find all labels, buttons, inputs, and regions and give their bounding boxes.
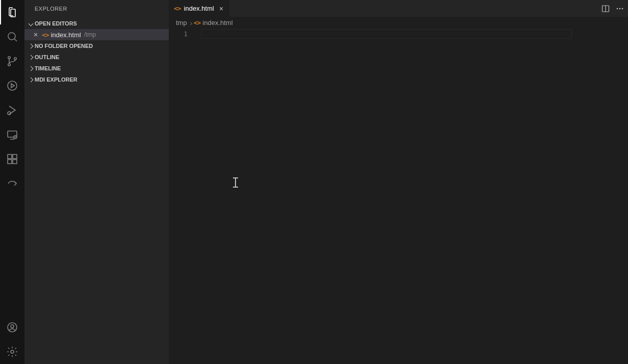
section-label: NO FOLDER OPENED bbox=[35, 43, 93, 49]
svg-point-17 bbox=[619, 8, 621, 9]
activity-extensions[interactable] bbox=[0, 147, 24, 171]
close-icon[interactable]: × bbox=[219, 5, 223, 13]
section-timeline[interactable]: TIMELINE bbox=[24, 63, 169, 74]
svg-rect-9 bbox=[8, 160, 12, 164]
minimap[interactable] bbox=[572, 28, 628, 364]
tabs-spacer bbox=[230, 0, 597, 17]
search-icon bbox=[6, 31, 18, 43]
chevron-right-icon bbox=[27, 42, 35, 49]
activity-bar bbox=[0, 0, 24, 364]
tab-label: index.html bbox=[184, 5, 214, 12]
section-open-editors[interactable]: OPEN EDITORS bbox=[24, 18, 169, 29]
current-line-highlight bbox=[201, 29, 572, 39]
ellipsis-icon bbox=[616, 5, 624, 13]
activity-run[interactable] bbox=[0, 73, 24, 98]
activity-debug[interactable] bbox=[0, 98, 24, 122]
line-number: 1 bbox=[169, 29, 188, 39]
svg-point-3 bbox=[14, 58, 16, 60]
tab-index-html[interactable]: <> index.html × bbox=[169, 0, 230, 17]
activity-explorer[interactable] bbox=[0, 0, 24, 24]
play-circle-icon bbox=[6, 80, 18, 92]
section-no-folder[interactable]: NO FOLDER OPENED bbox=[24, 40, 169, 51]
share-icon bbox=[6, 177, 18, 190]
html-file-icon: <> bbox=[194, 19, 201, 27]
section-outline[interactable]: OUTLINE bbox=[24, 51, 169, 63]
sidebar-title: EXPLORER bbox=[24, 0, 169, 18]
activity-settings[interactable] bbox=[0, 340, 24, 364]
svg-point-16 bbox=[617, 8, 618, 9]
activity-liveshare[interactable] bbox=[0, 171, 24, 196]
tabs-actions bbox=[597, 0, 628, 17]
html-file-icon: <> bbox=[174, 5, 181, 12]
remote-icon bbox=[6, 128, 18, 141]
chevron-right-icon bbox=[27, 76, 35, 83]
chevron-down-icon bbox=[27, 20, 35, 27]
more-actions-button[interactable] bbox=[616, 5, 624, 13]
explorer-sidebar: EXPLORER OPEN EDITORS × <> index.html /t… bbox=[24, 0, 169, 364]
section-mdi-explorer[interactable]: MDI EXPLORER bbox=[24, 74, 169, 85]
section-label: OUTLINE bbox=[35, 54, 59, 60]
section-label: TIMELINE bbox=[35, 65, 61, 71]
activity-source-control[interactable] bbox=[0, 49, 24, 73]
svg-point-1 bbox=[8, 57, 10, 59]
svg-rect-11 bbox=[13, 154, 17, 159]
breadcrumb-folder[interactable]: tmp bbox=[176, 19, 187, 27]
split-icon bbox=[601, 5, 610, 13]
split-editor-button[interactable] bbox=[601, 5, 610, 13]
activity-remote[interactable] bbox=[0, 122, 24, 147]
svg-point-2 bbox=[8, 64, 10, 66]
files-icon bbox=[6, 6, 18, 18]
section-label: OPEN EDITORS bbox=[35, 20, 77, 27]
extensions-icon bbox=[6, 153, 18, 165]
chevron-right-icon bbox=[27, 65, 35, 72]
tabs-row: <> index.html × bbox=[169, 0, 628, 17]
open-editor-path: /tmp bbox=[84, 31, 96, 38]
section-label: MDI EXPLORER bbox=[35, 76, 77, 83]
breadcrumb-file[interactable]: index.html bbox=[202, 19, 232, 27]
svg-point-4 bbox=[8, 81, 17, 90]
code-area[interactable] bbox=[197, 28, 628, 364]
editor-body: 1 bbox=[169, 28, 628, 364]
editor-group: <> index.html × tmp <> index.html 1 bbox=[169, 0, 628, 364]
svg-rect-10 bbox=[13, 160, 17, 164]
activity-search[interactable] bbox=[0, 24, 24, 49]
svg-point-0 bbox=[8, 33, 15, 40]
svg-rect-8 bbox=[8, 154, 12, 159]
chevron-right-icon bbox=[189, 19, 192, 27]
git-branch-icon bbox=[6, 55, 18, 67]
account-icon bbox=[6, 321, 18, 333]
open-editor-item[interactable]: × <> index.html /tmp bbox=[24, 29, 169, 40]
close-icon[interactable]: × bbox=[32, 31, 40, 38]
debug-icon bbox=[6, 104, 18, 116]
svg-point-14 bbox=[11, 350, 14, 353]
breadcrumbs: tmp <> index.html bbox=[169, 17, 628, 28]
gear-icon bbox=[6, 346, 18, 358]
activity-accounts[interactable] bbox=[0, 315, 24, 340]
html-file-icon: <> bbox=[42, 31, 49, 39]
text-cursor-icon bbox=[232, 177, 239, 188]
svg-point-13 bbox=[11, 325, 14, 328]
chevron-right-icon bbox=[27, 54, 35, 61]
open-editor-filename: index.html bbox=[51, 31, 81, 39]
line-gutter: 1 bbox=[169, 28, 197, 364]
svg-point-18 bbox=[622, 8, 623, 9]
